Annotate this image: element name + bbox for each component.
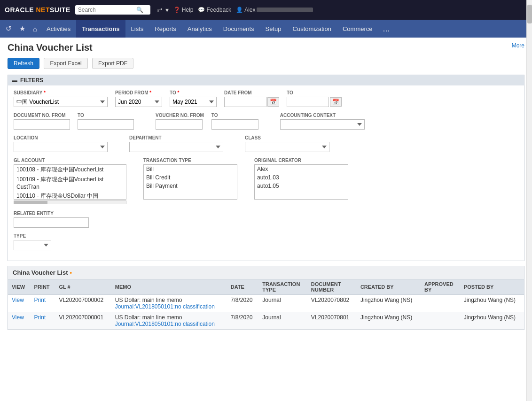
view-link[interactable]: View [12,314,24,321]
search-box[interactable]: 🔍 [75,5,150,15]
search-icon: 🔍 [136,7,143,13]
approved-by [421,312,460,330]
original-creator-listbox[interactable]: Alex auto1.03 auto1.05 [254,164,348,200]
transaction-type-item[interactable]: Bill Credit [144,173,237,182]
voucher-no-to-input[interactable] [211,119,258,130]
posted-by: Jingzhou Wang (NS) [460,312,524,330]
nav-item-reports[interactable]: Reports [149,20,182,38]
doc-no-from-input[interactable]: VL2020070801 [14,119,70,130]
feedback-button[interactable]: 💬 Feedback [198,7,231,13]
search-input[interactable] [78,7,134,13]
print-link[interactable]: Print [34,314,46,321]
date-to-input[interactable] [287,97,329,107]
nav-item-analytics[interactable]: Analytics [182,20,218,38]
memo-link[interactable]: Journal:VL2018050101:no classification [115,321,215,327]
voucher-no-from-input[interactable] [156,119,203,130]
type-label: TYPE [14,233,51,239]
view-link[interactable]: View [12,297,24,303]
memo: US Dollar: main line memo Journal:VL2018… [111,312,227,330]
user-info-blurred [257,8,313,12]
col-view: VIEW [8,279,31,295]
print-link[interactable]: Print [34,297,46,303]
period-from-label: PERIOD FROM * [115,90,162,95]
department-select[interactable] [129,142,223,152]
table-row: View Print VL202007000002 US Dollar: mai… [8,295,524,312]
period-from-select[interactable]: Jun 2020 [115,97,162,107]
transaction-type-listbox[interactable]: Bill Bill Credit Bill Payment [143,164,237,200]
arrow-icon[interactable]: ⇄ [157,6,163,14]
date-to-label2: TO [287,90,342,95]
department-label: DEPARTMENT [129,135,223,140]
col-created-by: CREATED BY [357,279,421,295]
nav-item-activities[interactable]: Activities [41,20,76,38]
nav-item-lists[interactable]: Lists [125,20,149,38]
export-excel-button[interactable]: Export Excel [44,58,87,69]
help-button[interactable]: ❓ Help [173,7,194,13]
user-icon: 👤 [236,7,243,13]
dropdown-icon[interactable]: ▾ [165,6,169,14]
nav-item-transactions[interactable]: Transactions [76,20,125,38]
filters-collapse-icon[interactable]: ▬ [12,77,17,84]
user-menu[interactable]: 👤 Alex [236,7,313,13]
oracle-netsuite-logo: ORACLE NETSUITE [5,6,70,14]
nav-item-setup[interactable]: Setup [260,20,287,38]
transaction-type-item[interactable]: Bill Payment [144,182,237,190]
date-from-label: DATE FROM [224,90,279,95]
original-creator-item[interactable]: Alex [255,165,348,173]
doc-number: VL2020070801 [307,312,357,330]
type-select[interactable] [14,240,51,250]
gl-account-item[interactable]: 100108 - 库存现金中国VoucherList [14,165,126,175]
doc-number: VL2020070802 [307,295,357,312]
results-section: China Voucher List • VIEW PRINT GL # MEM… [8,266,524,330]
nav-star-icon[interactable]: ★ [16,20,29,38]
nav-more-button[interactable]: ... [378,20,395,38]
doc-no-from-label: DOCUMENT NO. FROM [14,113,70,118]
transaction-type-item[interactable]: Bill [144,165,237,173]
memo-link[interactable]: Journal:VL2018050101:no classification [115,303,215,310]
refresh-button[interactable]: Refresh [8,58,39,69]
subsidiary-select[interactable]: 中国 VoucherList [14,97,108,107]
subsidiary-label: SUBSIDIARY * [14,90,108,95]
gl-number: VL202007000002 [55,295,111,312]
gl-account-label: GL ACCOUNT [14,158,126,163]
location-label: LOCATION [14,135,108,140]
period-to-select[interactable]: May 2021 [170,97,217,107]
gl-account-item[interactable]: 100109 - 库存现金中国VoucherList CustTran [14,175,126,191]
nav-item-commerce[interactable]: Commerce [337,20,378,38]
date-from-input[interactable] [224,97,266,107]
date-to-calendar-icon[interactable]: 📅 [330,97,342,107]
accounting-context-label: ACCOUNTING CONTEXT [280,113,365,118]
posted-by: Jingzhou Wang (NS) [460,295,524,312]
nav-back-icon[interactable]: ↺ [2,20,16,38]
results-table: VIEW PRINT GL # MEMO DATE TRANSACTIONTYP… [8,279,524,330]
nav-home-icon[interactable]: ⌂ [29,20,41,38]
transaction-type: Journal [258,295,307,312]
related-entity-input[interactable] [14,217,89,228]
col-memo: MEMO [111,279,227,295]
col-posted-by: POSTED BY [460,279,524,295]
scrollbar[interactable] [526,0,532,335]
doc-no-to-label: TO [78,113,134,118]
table-row: View Print VL202007000001 US Dollar: mai… [8,312,524,330]
export-pdf-button[interactable]: Export PDF [92,58,133,69]
approved-by [421,295,460,312]
date-from-calendar-icon[interactable]: 📅 [267,97,279,107]
scrollbar-thumb[interactable] [527,5,532,23]
page-title: China Voucher List [8,42,93,53]
more-link[interactable]: More [512,42,524,49]
original-creator-item[interactable]: auto1.03 [255,173,348,182]
col-date: DATE [227,279,259,295]
filters-header[interactable]: ▬ FILTERS [8,75,524,85]
nav-item-documents[interactable]: Documents [218,20,260,38]
nav-item-customization[interactable]: Customization [287,20,337,38]
doc-no-to-input[interactable]: VL2020070802 [78,119,134,130]
accounting-context-select[interactable] [280,119,365,130]
created-by: Jingzhou Wang (NS) [357,295,421,312]
class-label: CLASS [245,135,329,140]
gl-account-listbox[interactable]: 100108 - 库存现金中国VoucherList 100109 - 库存现金… [14,164,126,200]
location-select[interactable] [14,142,108,152]
original-creator-item[interactable]: auto1.05 [255,182,348,190]
help-icon: ❓ [173,7,180,13]
gl-account-item[interactable]: 100110 - 库存现金USDollar 中国VoucherList [14,191,126,200]
class-select[interactable] [245,142,329,152]
